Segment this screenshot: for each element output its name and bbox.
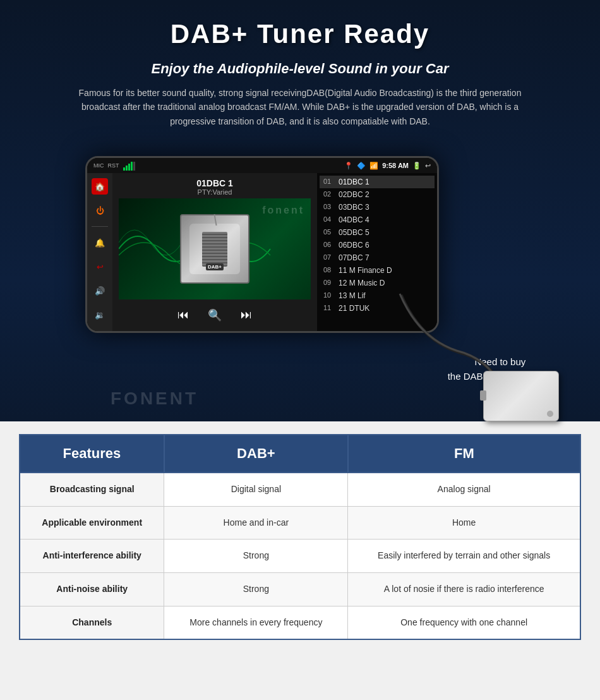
channel-item[interactable]: 0505DBC 5 [320, 226, 435, 239]
vol-up-sidebar-icon[interactable]: 🔊 [92, 282, 108, 299]
album-art: DAB+ [180, 214, 249, 284]
channel-num: 09 [323, 279, 335, 287]
col-features: Features [20, 435, 164, 473]
mic-label: MIC [93, 162, 104, 169]
channel-item[interactable]: 0811 M Finance D [320, 264, 435, 277]
channel-name: 01DBC 1 [339, 178, 369, 186]
cell-fm-2: Easily interfered by terrain and other s… [348, 540, 580, 573]
rst-label: RST [108, 162, 119, 169]
antenna [213, 214, 217, 226]
channel-item[interactable]: 0707DBC 7 [320, 251, 435, 264]
table-row: ChannelsMore channels in every frequency… [20, 606, 580, 639]
cell-dab-4: More channels in every frequency [164, 606, 348, 639]
cell-feature-4: Channels [20, 606, 164, 639]
channel-name: 13 M Lif [339, 291, 366, 300]
player-controls[interactable]: ⏮ 🔍 ⏭ [119, 305, 311, 326]
channel-name: 12 M Music D [339, 279, 385, 287]
fonent-watermark: FONENT [111, 389, 198, 409]
channel-num: 08 [323, 266, 335, 275]
status-right: 📍 🔷 📶 9:58 AM 🔋 ↩ [344, 162, 431, 170]
back-sidebar-icon[interactable]: ↩ [92, 258, 108, 275]
channel-num: 06 [323, 241, 335, 250]
status-bar: MIC RST 📍 🔷 📶 9:58 AM 🔋 ↩ [87, 158, 437, 173]
screen-section: MIC RST 📍 🔷 📶 9:58 AM 🔋 ↩ [28, 156, 572, 421]
dab-box [483, 371, 559, 421]
channel-name: 03DBC 3 [339, 203, 369, 212]
channel-num: 04 [323, 215, 335, 224]
vol-dn-sidebar-icon[interactable]: 🔉 [92, 306, 108, 323]
bar3 [128, 164, 130, 171]
power-sidebar-icon[interactable]: ⏻ [92, 202, 108, 219]
cell-dab-2: Strong [164, 540, 348, 573]
cell-fm-1: Home [348, 506, 580, 540]
channel-num: 07 [323, 253, 335, 262]
channel-num: 01 [323, 178, 335, 186]
table-row: Broadcasting signalDigital signalAnalog … [20, 473, 580, 506]
channel-item[interactable]: 0912 M Music D [320, 277, 435, 289]
home-sidebar-icon[interactable]: 🏠 [92, 178, 108, 195]
speaker-grill [202, 232, 227, 267]
cell-fm-3: A lot of nosie if there is radio interfe… [348, 572, 580, 606]
cell-fm-0: Analog signal [348, 473, 580, 506]
col-fm: FM [348, 435, 580, 473]
back-icon[interactable]: ↩ [425, 162, 431, 170]
col-dab: DAB+ [164, 435, 348, 473]
bar1 [123, 167, 125, 171]
track-pty: PTY:Varied [119, 188, 311, 196]
channel-item[interactable]: 0101DBC 1 [320, 176, 435, 188]
track-info: 01DBC 1 PTY:Varied [119, 178, 311, 196]
table-section: Features DAB+ FM Broadcasting signalDigi… [0, 421, 600, 659]
next-button[interactable]: ⏭ [241, 308, 252, 322]
prev-button[interactable]: ⏮ [177, 308, 189, 322]
bluetooth-icon: 🔷 [357, 162, 366, 170]
channel-name: 07DBC 7 [339, 253, 369, 262]
table-row: Anti-noise abilityStrongA lot of nosie i… [20, 572, 580, 606]
channel-num: 10 [323, 291, 335, 300]
table-row: Anti-interference abilityStrongEasily in… [20, 540, 580, 573]
comparison-table: Features DAB+ FM Broadcasting signalDigi… [19, 434, 581, 640]
table-row: Applicable environmentHome and in-carHom… [20, 506, 580, 540]
channel-num: 03 [323, 203, 335, 212]
page-title: DAB+ Tuner Ready [25, 19, 575, 49]
channel-num: 05 [323, 228, 335, 237]
channel-item[interactable]: 0202DBC 2 [320, 188, 435, 201]
track-name: 01DBC 1 [119, 178, 311, 188]
bar2 [126, 166, 128, 171]
cell-feature-1: Applicable environment [20, 506, 164, 540]
status-left: MIC RST [93, 160, 135, 171]
page-subtitle: Enjoy the Audiophile-level Sound in your… [25, 61, 575, 77]
search-button[interactable]: 🔍 [208, 308, 222, 322]
main-player: 01DBC 1 PTY:Varied fonent [112, 173, 317, 331]
dab-label: DAB+ [206, 263, 224, 270]
cell-dab-1: Home and in-car [164, 506, 348, 540]
cell-feature-0: Broadcasting signal [20, 473, 164, 506]
channel-num: 02 [323, 190, 335, 199]
channel-item[interactable]: 0404DBC 4 [320, 214, 435, 226]
radio-visual [202, 232, 227, 267]
bar4 [131, 162, 133, 171]
cell-dab-3: Strong [164, 572, 348, 606]
channel-item[interactable]: 0303DBC 3 [320, 201, 435, 214]
bar5 [133, 162, 135, 171]
album-art-area: fonent DAB+ [119, 198, 311, 299]
cell-fm-4: One frequency with one channel [348, 606, 580, 639]
channel-num: 11 [323, 304, 335, 313]
top-section: DAB+ Tuner Ready Enjoy the Audiophile-le… [0, 0, 600, 156]
channel-name: 02DBC 2 [339, 190, 369, 199]
screen-content: 🏠 ⏻ 🔔 ↩ 🔊 🔉 01DBC 1 PTY:Varied [87, 173, 437, 331]
channel-item[interactable]: 0606DBC 6 [320, 239, 435, 251]
channel-name: 11 M Finance D [339, 266, 392, 275]
location-icon: 📍 [344, 162, 353, 170]
radio-icon: DAB+ [189, 224, 240, 274]
table-body: Broadcasting signalDigital signalAnalog … [20, 473, 580, 639]
bell-sidebar-icon[interactable]: 🔔 [92, 234, 108, 251]
car-screen: MIC RST 📍 🔷 📶 9:58 AM 🔋 ↩ [85, 156, 439, 333]
channel-name: 21 DTUK [339, 304, 369, 313]
cell-feature-2: Anti-interference ability [20, 540, 164, 573]
screen-watermark: fonent [262, 205, 304, 216]
battery-icon: 🔋 [412, 162, 421, 170]
wifi-icon: 📶 [369, 162, 378, 170]
channel-name: 05DBC 5 [339, 228, 369, 237]
dab-box-wrapper [483, 371, 559, 421]
left-sidebar: 🏠 ⏻ 🔔 ↩ 🔊 🔉 [87, 173, 112, 331]
